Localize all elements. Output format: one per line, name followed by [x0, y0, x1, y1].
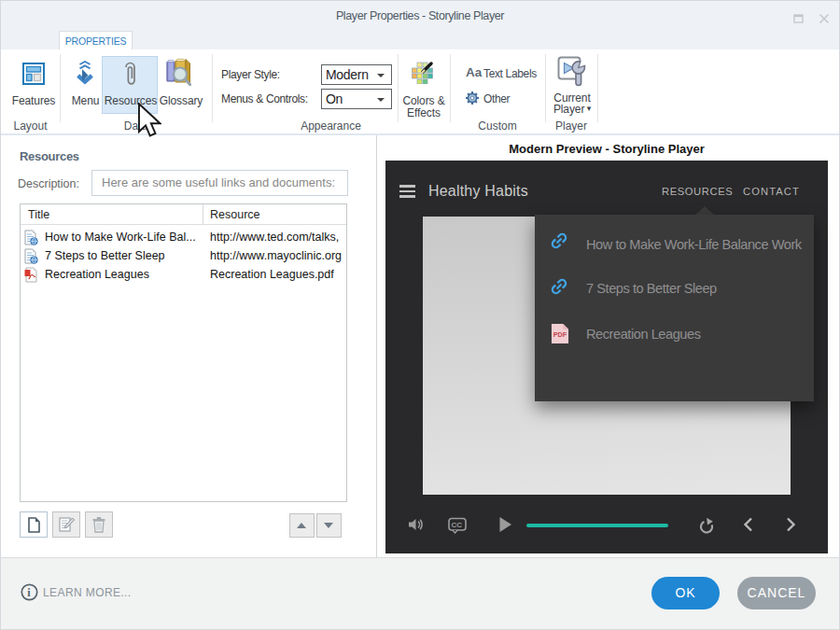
svg-text:PDF: PDF [553, 331, 567, 339]
svg-text:CC: CC [451, 521, 462, 529]
svg-text:i: i [27, 586, 31, 599]
